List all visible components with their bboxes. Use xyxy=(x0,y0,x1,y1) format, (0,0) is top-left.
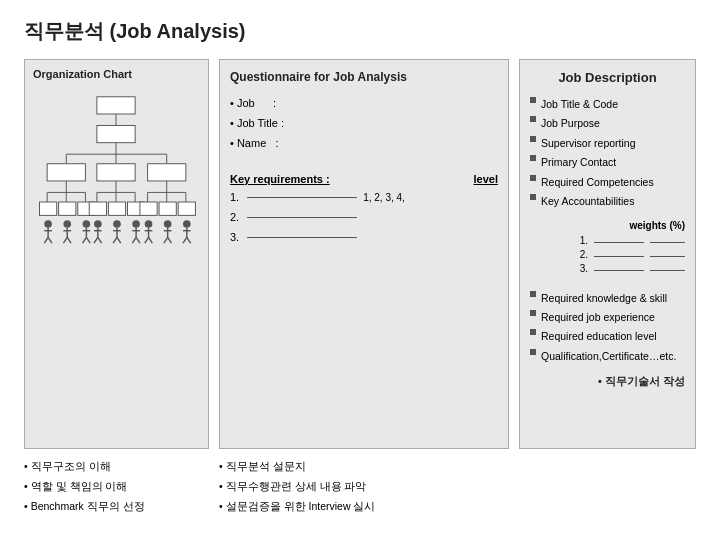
svg-point-75 xyxy=(183,220,191,228)
svg-line-74 xyxy=(168,237,172,243)
bullet-bl3: • xyxy=(24,497,28,517)
svg-line-78 xyxy=(183,237,187,243)
jd-weight-line-3b xyxy=(650,270,685,271)
jd-weight-row-2: 2. xyxy=(530,249,685,260)
jd-weight-line-1b xyxy=(650,242,685,243)
jd-items: Job Title & Code Job Purpose Supervisor … xyxy=(530,95,685,212)
svg-line-68 xyxy=(145,237,149,243)
q-job-label: • Job : xyxy=(230,94,276,114)
svg-point-24 xyxy=(63,220,71,228)
svg-point-19 xyxy=(44,220,52,228)
jd-item-4: Primary Contact xyxy=(530,153,685,172)
q-jobtitle-label: • Job Title : xyxy=(230,114,284,134)
jd-weight-line-1a xyxy=(594,242,644,243)
bullet-bm1: • xyxy=(219,457,223,477)
q-job: • Job : xyxy=(230,94,498,114)
key-req-line-3 xyxy=(247,237,357,238)
jd-req-item-1: Required knowledge & skill xyxy=(530,289,685,308)
jd-req-item-2: Required job experience xyxy=(530,308,685,327)
key-req-num-2: 2. xyxy=(230,211,239,223)
svg-point-52 xyxy=(132,220,140,228)
svg-line-79 xyxy=(187,237,191,243)
jd-item-label-5: Required Competencies xyxy=(541,173,654,192)
bullet-bl1: • xyxy=(24,457,28,477)
key-req-num-3: 3. xyxy=(230,231,239,243)
jd-weight-line-3a xyxy=(594,270,644,271)
svg-line-56 xyxy=(136,237,140,243)
bullet-bm2: • xyxy=(219,477,223,497)
bullet-bm3: • xyxy=(219,497,223,517)
bullet-icon-r4 xyxy=(530,349,536,355)
svg-point-47 xyxy=(113,220,121,228)
svg-rect-39 xyxy=(89,202,106,215)
bottom-mid-item-2: • 직무수행관련 상세 내용 파악 xyxy=(219,477,509,497)
bullet-bl2: • xyxy=(24,477,28,497)
bottom-left: • 직무구조의 이해 • 역할 및 책임의 이해 • Benchmark 직무의… xyxy=(24,457,209,537)
page-title: 직무분석 (Job Analysis) xyxy=(24,18,696,45)
jd-req-item-3: Required education level xyxy=(530,327,685,346)
bottom-left-item-2: • 역할 및 책임의 이해 xyxy=(24,477,209,497)
svg-rect-2 xyxy=(97,125,135,142)
bottom-mid-label-3: 설문검증을 위한 Interview 실시 xyxy=(226,497,376,517)
q-jobtitle: • Job Title : xyxy=(230,114,498,134)
jd-item-label-2: Job Purpose xyxy=(541,114,600,133)
svg-rect-62 xyxy=(140,202,157,215)
svg-line-33 xyxy=(86,237,90,243)
jd-weight-num-2: 2. xyxy=(580,249,588,260)
jd-item-6: Key Accountabilities xyxy=(530,192,685,211)
bottom-mid-item-1: • 직무분석 설문지 xyxy=(219,457,509,477)
bottom-left-item-1: • 직무구조의 이해 xyxy=(24,457,209,477)
jd-req-item-4: Qualification,Certificate…etc. xyxy=(530,347,685,366)
questionnaire-title: Questionnaire for Job Analysis xyxy=(230,70,498,84)
key-req-item-2: 2. xyxy=(230,211,498,223)
svg-rect-8 xyxy=(47,164,85,181)
bullet-icon-3 xyxy=(530,136,536,142)
svg-line-73 xyxy=(164,237,168,243)
jd-weight-line-2b xyxy=(650,256,685,257)
jd-weight-num-3: 3. xyxy=(580,263,588,274)
svg-rect-40 xyxy=(108,202,125,215)
bottom-middle: • 직무분석 설문지 • 직무수행관련 상세 내용 파악 • 설문검증을 위한 … xyxy=(219,457,509,537)
q-name: • Name : xyxy=(230,134,498,154)
bottom-mid-label-1: 직무분석 설문지 xyxy=(226,457,306,477)
org-chart-panel: Organization Chart xyxy=(24,59,209,449)
bullet-icon-4 xyxy=(530,155,536,161)
key-req-item-3: 3. xyxy=(230,231,498,243)
bottom-mid-label-2: 직무수행관련 상세 내용 파악 xyxy=(226,477,367,497)
svg-line-28 xyxy=(67,237,71,243)
bottom-left-label-2: 역할 및 책임의 이해 xyxy=(31,477,128,497)
bullet-icon-5 xyxy=(530,175,536,181)
org-chart-area xyxy=(33,88,200,440)
jd-resume-label: • 직무기술서 작성 xyxy=(530,374,685,389)
key-req-label: Key requirements : xyxy=(230,173,330,185)
q-name-label: • Name : xyxy=(230,134,278,154)
svg-rect-10 xyxy=(148,164,186,181)
jd-req-items: Required knowledge & skill Required job … xyxy=(530,289,685,367)
jd-weight-row-3: 3. xyxy=(530,263,685,274)
bullet-icon-2 xyxy=(530,116,536,122)
key-req-values-1: 1, 2, 3, 4, xyxy=(363,192,405,203)
svg-point-70 xyxy=(164,220,172,228)
bottom-right xyxy=(519,457,696,537)
questionnaire-items: • Job : • Job Title : • Name : xyxy=(230,94,498,153)
jd-item-3: Supervisor reporting xyxy=(530,134,685,153)
svg-line-55 xyxy=(132,237,136,243)
org-chart-title: Organization Chart xyxy=(33,68,200,80)
main-content: Organization Chart xyxy=(24,59,696,449)
page: 직무분석 (Job Analysis) Organization Chart xyxy=(0,0,720,540)
svg-point-29 xyxy=(83,220,91,228)
key-req-item-1: 1. 1, 2, 3, 4, xyxy=(230,191,498,203)
jd-req-label-1: Required knowledge & skill xyxy=(541,289,667,308)
svg-point-65 xyxy=(145,220,153,228)
jd-weights-label: weights (%) xyxy=(530,220,685,231)
jd-item-label-3: Supervisor reporting xyxy=(541,134,636,153)
jd-item-label-1: Job Title & Code xyxy=(541,95,618,114)
jd-item-2: Job Purpose xyxy=(530,114,685,133)
bottom-mid-item-3: • 설문검증을 위한 Interview 실시 xyxy=(219,497,509,517)
jd-weight-row-1: 1. xyxy=(530,235,685,246)
bottom-row: • 직무구조의 이해 • 역할 및 책임의 이해 • Benchmark 직무의… xyxy=(24,457,696,537)
key-req-line-1 xyxy=(247,197,357,198)
bullet-icon-r2 xyxy=(530,310,536,316)
svg-line-69 xyxy=(149,237,153,243)
jd-req-label-2: Required job experience xyxy=(541,308,655,327)
